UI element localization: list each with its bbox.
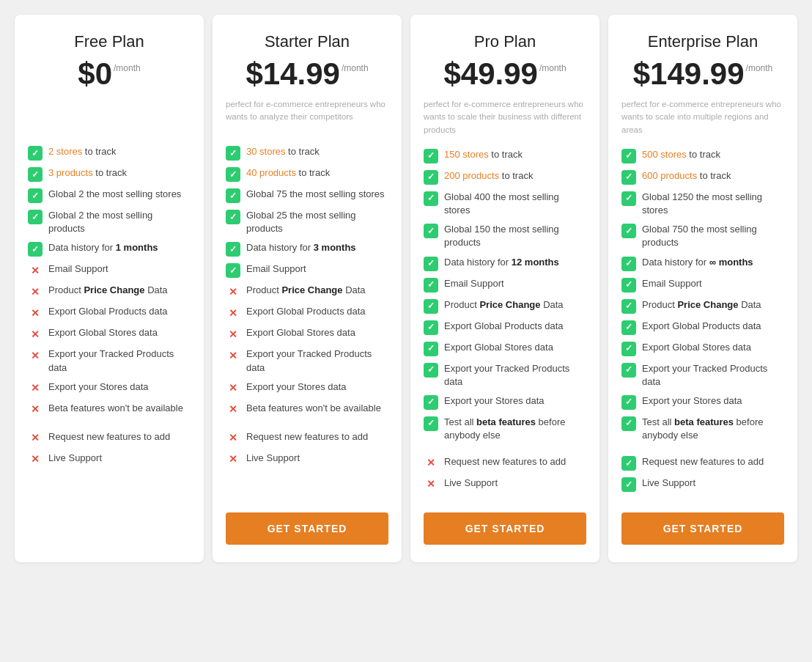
feature-text: Beta features won't be available <box>246 402 388 415</box>
get-started-button-enterprise[interactable]: GET STARTED <box>621 512 784 545</box>
feature-item: ✓Export your Tracked Products data <box>424 362 586 389</box>
feature-text: Product Price Change Data <box>246 284 388 297</box>
check-icon: ✓ <box>424 149 438 163</box>
check-icon: ✓ <box>226 146 240 161</box>
feature-item: ✕Export your Tracked Products data <box>226 347 388 374</box>
feature-text: Export your Stores data <box>444 394 586 408</box>
features-list-free: ✓2 stores to track✓3 products to track✓G… <box>28 145 191 545</box>
plan-period-starter: /month <box>342 63 369 73</box>
check-icon: ✓ <box>424 363 438 378</box>
feature-item: ✕Request new features to add <box>28 430 191 446</box>
cross-icon: ✕ <box>226 327 240 342</box>
feature-item: ✓Product Price Change Data <box>621 298 784 314</box>
check-icon: ✓ <box>28 242 43 257</box>
feature-item: ✓Global 750 the most selling products <box>621 223 784 249</box>
check-icon: ✓ <box>621 363 636 378</box>
feature-text: Export your Tracked Products data <box>642 362 784 389</box>
cross-icon: ✕ <box>28 348 43 363</box>
feature-item: ✓Live Support <box>621 477 784 492</box>
feature-item: ✓Request new features to add <box>621 455 784 471</box>
check-icon: ✓ <box>424 416 438 431</box>
plan-card-starter: Starter Plan$14.99/monthperfect for e-co… <box>213 15 402 562</box>
feature-item: ✓Email Support <box>424 277 586 293</box>
check-icon: ✓ <box>424 299 438 314</box>
plan-price-wrap-free: $0/month <box>28 59 191 89</box>
feature-item: ✓3 products to track <box>28 166 191 182</box>
feature-item: ✓Global 75 the most selling stores <box>226 188 388 203</box>
cross-icon: ✕ <box>28 263 43 278</box>
feature-item: ✕Export your Tracked Products data <box>28 347 191 374</box>
feature-text: Data history for 12 months <box>444 256 586 269</box>
feature-text: Request new features to add <box>444 455 586 468</box>
feature-text: Global 75 the most selling stores <box>246 188 388 201</box>
plan-price-free: $0 <box>78 59 112 89</box>
feature-text: 500 stores to track <box>642 148 784 161</box>
cross-icon: ✕ <box>28 402 43 417</box>
feature-item: ✕Request new features to add <box>226 430 388 446</box>
feature-text: Data history for 3 months <box>246 241 388 254</box>
feature-item: ✓Export your Stores data <box>621 394 784 410</box>
feature-text: Global 1250 the most selling stores <box>642 191 784 217</box>
feature-item: ✓Data history for 12 months <box>424 256 586 271</box>
check-icon: ✓ <box>621 224 636 238</box>
feature-item: ✕Beta features won't be available <box>226 402 388 417</box>
feature-text: Product Price Change Data <box>642 298 784 312</box>
feature-item: ✕Live Support <box>226 452 388 467</box>
feature-text: Export Global Products data <box>48 305 191 318</box>
feature-item: ✓2 stores to track <box>28 145 191 161</box>
feature-item: ✓Global 400 the most selling stores <box>424 191 586 217</box>
features-list-enterprise: ✓500 stores to track✓600 products to tra… <box>621 148 784 499</box>
feature-item: ✓40 products to track <box>226 166 388 182</box>
check-icon: ✓ <box>28 167 43 182</box>
check-icon: ✓ <box>226 242 240 257</box>
feature-item: ✕Product Price Change Data <box>28 284 191 299</box>
feature-text: Test all beta features before anybody el… <box>642 416 784 442</box>
feature-text: Live Support <box>246 452 388 465</box>
check-icon: ✓ <box>424 170 438 185</box>
feature-text: Request new features to add <box>642 455 784 468</box>
feature-text: Product Price Change Data <box>444 298 586 312</box>
feature-item: ✕Live Support <box>28 452 191 467</box>
feature-text: Export your Tracked Products data <box>246 347 388 374</box>
feature-item: ✓Global 25 the most selling products <box>226 209 388 235</box>
check-icon: ✓ <box>226 263 240 278</box>
check-icon: ✓ <box>621 477 636 492</box>
feature-text: 3 products to track <box>48 166 191 180</box>
feature-item: ✕Export Global Stores data <box>28 326 191 342</box>
feature-divider <box>226 423 388 430</box>
check-icon: ✓ <box>28 210 43 224</box>
cross-icon: ✕ <box>226 348 240 363</box>
feature-item: ✕Export your Stores data <box>28 380 191 396</box>
feature-item: ✓Email Support <box>226 262 388 278</box>
feature-item: ✓Data history for 3 months <box>226 241 388 257</box>
get-started-button-starter[interactable]: GET STARTED <box>226 512 388 545</box>
plan-description-starter: perfect for e-commerce entrepreneurs who… <box>226 98 388 133</box>
plan-name-pro: Pro Plan <box>424 32 586 51</box>
feature-text: 2 stores to track <box>48 145 191 158</box>
feature-divider <box>28 423 191 430</box>
cross-icon: ✕ <box>226 431 240 446</box>
plan-description-free <box>28 98 191 133</box>
feature-text: Email Support <box>48 262 191 276</box>
plan-name-free: Free Plan <box>28 32 191 51</box>
feature-item: ✓Product Price Change Data <box>424 298 586 314</box>
pricing-grid: Free Plan$0/month✓2 stores to track✓3 pr… <box>15 15 797 562</box>
feature-item: ✓150 stores to track <box>424 148 586 163</box>
feature-text: Global 2 the most selling products <box>48 209 191 235</box>
get-started-button-pro[interactable]: GET STARTED <box>424 512 586 545</box>
feature-text: Export your Tracked Products data <box>48 347 191 374</box>
feature-text: 150 stores to track <box>444 148 586 161</box>
cross-icon: ✕ <box>424 456 438 471</box>
feature-item: ✕Export your Stores data <box>226 380 388 396</box>
plan-name-starter: Starter Plan <box>226 32 388 51</box>
cross-icon: ✕ <box>28 431 43 446</box>
cross-icon: ✕ <box>226 452 240 467</box>
feature-text: Product Price Change Data <box>48 284 191 297</box>
feature-text: Global 2 the most selling stores <box>48 188 191 201</box>
check-icon: ✓ <box>621 416 636 431</box>
feature-item: ✓Test all beta features before anybody e… <box>621 416 784 442</box>
feature-text: Test all beta features before anybody el… <box>444 416 586 442</box>
feature-item: ✕Product Price Change Data <box>226 284 388 299</box>
feature-text: Beta features won't be available <box>48 402 191 415</box>
feature-text: 600 products to track <box>642 169 784 183</box>
